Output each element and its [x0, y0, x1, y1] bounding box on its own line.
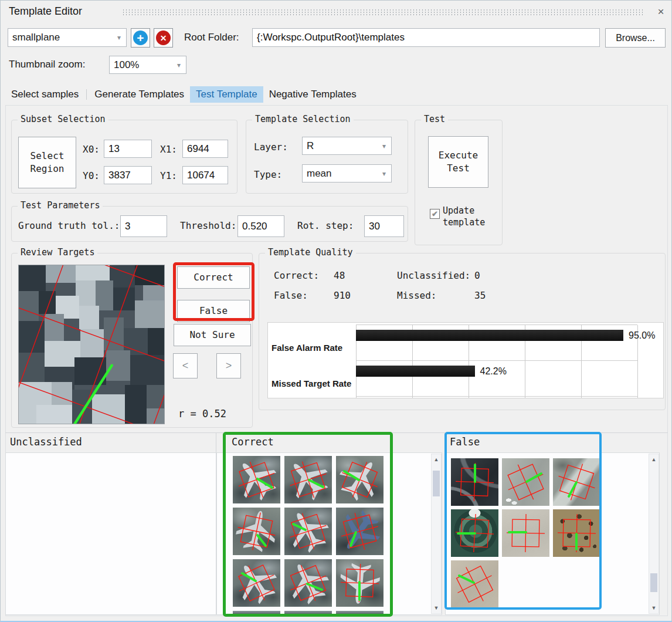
update-template-checkbox[interactable]: ✔: [430, 209, 440, 219]
x1-label: X1:: [160, 144, 177, 155]
scroll-down-icon[interactable]: ▼: [649, 605, 659, 611]
window-title: Template Editor: [9, 5, 82, 18]
x0-input[interactable]: [104, 140, 152, 158]
correct-thumbnail-grid: [233, 456, 383, 614]
chart-row: 95.0%: [356, 325, 637, 361]
chevron-down-icon: ▾: [117, 33, 122, 42]
x0-label: X0:: [83, 144, 100, 155]
thumbnail-zoom-value: 100%: [114, 59, 139, 71]
type-combo-value: mean: [307, 168, 332, 180]
y1-label: Y1:: [160, 170, 177, 181]
tab-select-samples[interactable]: Select samples: [5, 86, 84, 103]
result-thumbnail[interactable]: [502, 458, 549, 506]
correct-button[interactable]: Correct: [177, 266, 250, 289]
check-icon: ✔: [432, 209, 438, 218]
scrollbar-thumb[interactable]: [650, 573, 657, 592]
select-region-button[interactable]: Select Region: [18, 137, 76, 188]
delete-template-button[interactable]: ✕: [154, 28, 173, 48]
group-legend: Review Targets: [18, 247, 97, 258]
result-thumbnail[interactable]: [336, 456, 383, 503]
result-thumbnail[interactable]: [233, 559, 280, 607]
chart-label-column: False Alarm Rate Missed Target Rate: [268, 324, 356, 398]
prev-target-button[interactable]: <: [173, 353, 198, 378]
review-preview-image: [18, 265, 165, 424]
ground-truth-tol-input[interactable]: [120, 215, 167, 237]
result-thumbnail[interactable]: [451, 560, 498, 608]
group-legend: Test Parameters: [18, 200, 103, 211]
result-thumbnail[interactable]: [233, 508, 280, 555]
chart-category-label: False Alarm Rate: [268, 324, 356, 360]
template-combo[interactable]: smallplane ▾: [8, 28, 127, 47]
root-folder-input[interactable]: [252, 28, 600, 47]
thumbnail-zoom-combo[interactable]: 100% ▾: [109, 56, 186, 74]
chevron-left-icon: <: [182, 360, 189, 372]
template-editor-window: Template Editor × smallplane ▾ + ✕ Root …: [0, 0, 672, 622]
stat-label: False:: [274, 290, 308, 301]
next-target-button[interactable]: >: [216, 353, 241, 378]
update-template-label: Update template: [443, 205, 497, 228]
result-thumbnail-partial[interactable]: [284, 611, 332, 614]
close-button[interactable]: ×: [653, 4, 669, 19]
result-thumbnail[interactable]: [233, 456, 280, 503]
y0-input[interactable]: [104, 166, 152, 184]
scroll-up-icon[interactable]: ▲: [432, 457, 441, 462]
result-thumbnail[interactable]: [553, 458, 600, 506]
type-combo[interactable]: mean ▾: [302, 164, 392, 182]
threshold-input[interactable]: [237, 215, 284, 237]
bar-value-label: 95.0%: [629, 330, 655, 341]
group-legend: Subset Selection: [18, 114, 108, 124]
missed-target-rate-bar: [356, 366, 475, 377]
chevron-right-icon: >: [226, 360, 232, 372]
false-panel-title: False: [450, 436, 480, 448]
result-thumbnail[interactable]: [284, 508, 332, 555]
result-thumbnail[interactable]: [336, 559, 383, 607]
divider: [444, 432, 445, 452]
false-scrollbar[interactable]: ▲ ▼: [649, 454, 659, 614]
tab-negative-templates[interactable]: Negative Templates: [263, 86, 362, 103]
browse-button[interactable]: Browse...: [605, 28, 666, 48]
not-sure-button[interactable]: Not Sure: [174, 324, 251, 346]
template-combo-value: smallplane: [12, 32, 60, 43]
false-button[interactable]: False: [177, 300, 250, 322]
x1-input[interactable]: [182, 140, 228, 158]
scroll-up-icon[interactable]: ▲: [649, 457, 659, 462]
correct-panel-title: Correct: [232, 436, 274, 448]
layer-combo[interactable]: R ▾: [302, 137, 392, 155]
quality-bar-chart: False Alarm Rate Missed Target Rate 95.0…: [267, 322, 664, 398]
result-thumbnail[interactable]: [451, 458, 498, 506]
stat-value: 910: [334, 290, 351, 301]
chart-row: 42.2%: [356, 361, 637, 397]
chart-category-label: Missed Target Rate: [268, 360, 356, 396]
stat-value: 48: [334, 270, 345, 281]
unclassified-list[interactable]: [5, 452, 216, 615]
divider: [216, 432, 216, 452]
ground-truth-tol-label: Ground truth tol.:: [18, 220, 120, 231]
chart-plot: 95.0% 42.2%: [356, 324, 637, 398]
result-thumbnail[interactable]: [284, 559, 332, 607]
result-thumbnail[interactable]: [284, 456, 332, 503]
tab-test-template[interactable]: Test Template: [190, 86, 263, 103]
tab-bar: Select samples Generate Templates Test T…: [5, 86, 362, 103]
layer-label: Layer:: [254, 141, 288, 153]
scroll-down-icon[interactable]: ▼: [432, 605, 441, 611]
result-thumbnail-partial[interactable]: [336, 611, 383, 614]
result-thumbnail-partial[interactable]: [233, 611, 280, 614]
thumbnail-zoom-label: Thumbnail zoom:: [9, 59, 85, 70]
type-label: Type:: [254, 169, 282, 180]
scrollbar-thumb[interactable]: [433, 471, 440, 496]
stat-label: Unclassified:: [397, 270, 470, 281]
result-thumbnail[interactable]: [502, 509, 549, 557]
add-template-button[interactable]: +: [131, 28, 150, 48]
execute-test-button[interactable]: Execute Test: [428, 136, 488, 188]
correct-scrollbar[interactable]: ▲ ▼: [431, 454, 442, 614]
y1-input[interactable]: [182, 166, 228, 184]
result-thumbnail[interactable]: [336, 508, 383, 555]
group-legend: Test: [421, 114, 448, 124]
threshold-label: Threshold:: [180, 220, 236, 231]
rot-step-input[interactable]: [364, 215, 404, 237]
result-thumbnail[interactable]: [553, 509, 600, 557]
plus-icon: +: [133, 31, 148, 45]
stat-label: Missed:: [397, 290, 436, 301]
tab-generate-templates[interactable]: Generate Templates: [89, 86, 190, 103]
result-thumbnail[interactable]: [451, 509, 498, 557]
